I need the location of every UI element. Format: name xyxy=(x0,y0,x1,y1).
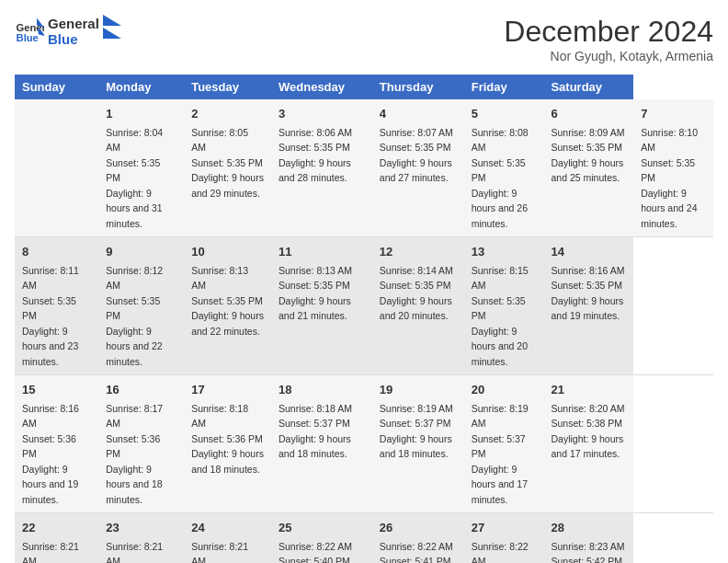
day-info: Sunrise: 8:21 AMSunset: 5:38 PMDaylight:… xyxy=(22,541,79,564)
day-number: 7 xyxy=(641,105,706,123)
day-info: Sunrise: 8:08 AMSunset: 5:35 PMDaylight:… xyxy=(472,127,529,229)
day-number: 28 xyxy=(551,519,626,537)
day-number: 20 xyxy=(472,381,537,399)
header-day: Saturday xyxy=(543,75,633,99)
calendar-cell: 17 Sunrise: 8:18 AMSunset: 5:36 PMDaylig… xyxy=(184,375,271,513)
calendar-cell: 4 Sunrise: 8:07 AMSunset: 5:35 PMDayligh… xyxy=(372,99,464,237)
calendar-table: SundayMondayTuesdayWednesdayThursdayFrid… xyxy=(15,75,713,563)
calendar-week-row: 1 Sunrise: 8:04 AMSunset: 5:35 PMDayligh… xyxy=(15,99,713,237)
calendar-cell: 11 Sunrise: 8:13 AMSunset: 5:35 PMDaylig… xyxy=(271,237,372,375)
svg-text:Blue: Blue xyxy=(17,32,39,43)
logo-icon: General Blue xyxy=(15,17,44,46)
day-info: Sunrise: 8:04 AMSunset: 5:35 PMDaylight:… xyxy=(106,127,163,229)
calendar-cell: 2 Sunrise: 8:05 AMSunset: 5:35 PMDayligh… xyxy=(184,99,271,237)
day-number: 13 xyxy=(472,243,537,261)
calendar-cell: 19 Sunrise: 8:19 AMSunset: 5:37 PMDaylig… xyxy=(372,375,464,513)
day-number: 18 xyxy=(279,381,365,399)
svg-marker-4 xyxy=(103,15,121,26)
calendar-cell: 3 Sunrise: 8:06 AMSunset: 5:35 PMDayligh… xyxy=(271,99,372,237)
day-info: Sunrise: 8:06 AMSunset: 5:35 PMDaylight:… xyxy=(279,127,352,184)
day-info: Sunrise: 8:07 AMSunset: 5:35 PMDaylight:… xyxy=(380,127,453,184)
day-number: 24 xyxy=(191,519,264,537)
day-info: Sunrise: 8:19 AMSunset: 5:37 PMDaylight:… xyxy=(472,403,529,505)
day-number: 4 xyxy=(380,105,457,123)
day-number: 14 xyxy=(551,243,626,261)
day-info: Sunrise: 8:14 AMSunset: 5:35 PMDaylight:… xyxy=(380,265,453,322)
day-number: 16 xyxy=(106,381,176,399)
calendar-cell: 16 Sunrise: 8:17 AMSunset: 5:36 PMDaylig… xyxy=(98,375,184,513)
day-number: 8 xyxy=(22,243,91,261)
day-number: 1 xyxy=(106,105,176,123)
header: General Blue General Blue December 2024 … xyxy=(15,15,713,63)
day-number: 27 xyxy=(472,519,537,537)
calendar-cell: 20 Sunrise: 8:19 AMSunset: 5:37 PMDaylig… xyxy=(464,375,544,513)
calendar-cell: 14 Sunrise: 8:16 AMSunset: 5:35 PMDaylig… xyxy=(543,237,633,375)
calendar-week-row: 8 Sunrise: 8:11 AMSunset: 5:35 PMDayligh… xyxy=(15,237,713,375)
day-info: Sunrise: 8:11 AMSunset: 5:35 PMDaylight:… xyxy=(22,265,79,367)
day-info: Sunrise: 8:19 AMSunset: 5:37 PMDaylight:… xyxy=(380,403,453,460)
calendar-cell: 8 Sunrise: 8:11 AMSunset: 5:35 PMDayligh… xyxy=(15,237,98,375)
calendar-week-row: 22 Sunrise: 8:21 AMSunset: 5:38 PMDaylig… xyxy=(15,513,713,564)
day-info: Sunrise: 8:21 AMSunset: 5:39 PMDaylight:… xyxy=(191,541,264,564)
day-info: Sunrise: 8:16 AMSunset: 5:36 PMDaylight:… xyxy=(22,403,79,505)
calendar-cell: 6 Sunrise: 8:09 AMSunset: 5:35 PMDayligh… xyxy=(543,99,633,237)
day-info: Sunrise: 8:13 AMSunset: 5:35 PMDaylight:… xyxy=(191,265,264,337)
day-info: Sunrise: 8:22 AMSunset: 5:41 PMDaylight:… xyxy=(380,541,453,564)
header-day: Tuesday xyxy=(184,75,271,99)
calendar-title: December 2024 xyxy=(504,15,713,49)
calendar-cell: 26 Sunrise: 8:22 AMSunset: 5:41 PMDaylig… xyxy=(372,513,464,564)
calendar-cell: 12 Sunrise: 8:14 AMSunset: 5:35 PMDaylig… xyxy=(372,237,464,375)
calendar-cell: 22 Sunrise: 8:21 AMSunset: 5:38 PMDaylig… xyxy=(15,513,98,564)
calendar-cell: 25 Sunrise: 8:22 AMSunset: 5:40 PMDaylig… xyxy=(271,513,372,564)
day-info: Sunrise: 8:23 AMSunset: 5:42 PMDaylight:… xyxy=(551,541,624,564)
calendar-cell: 9 Sunrise: 8:12 AMSunset: 5:35 PMDayligh… xyxy=(98,237,184,375)
day-info: Sunrise: 8:16 AMSunset: 5:35 PMDaylight:… xyxy=(551,265,624,322)
day-info: Sunrise: 8:20 AMSunset: 5:38 PMDaylight:… xyxy=(551,403,624,460)
header-day: Thursday xyxy=(372,75,464,99)
calendar-cell xyxy=(15,99,98,237)
day-number: 22 xyxy=(22,519,91,537)
day-number: 5 xyxy=(472,105,537,123)
calendar-cell: 15 Sunrise: 8:16 AMSunset: 5:36 PMDaylig… xyxy=(15,375,98,513)
day-info: Sunrise: 8:22 AMSunset: 5:40 PMDaylight:… xyxy=(279,541,352,564)
day-info: Sunrise: 8:18 AMSunset: 5:36 PMDaylight:… xyxy=(191,403,264,475)
calendar-cell: 27 Sunrise: 8:22 AMSunset: 5:41 PMDaylig… xyxy=(464,513,544,564)
header-row: SundayMondayTuesdayWednesdayThursdayFrid… xyxy=(15,75,713,99)
day-info: Sunrise: 8:15 AMSunset: 5:35 PMDaylight:… xyxy=(472,265,529,367)
day-info: Sunrise: 8:17 AMSunset: 5:36 PMDaylight:… xyxy=(106,403,163,505)
day-number: 17 xyxy=(191,381,264,399)
calendar-cell: 1 Sunrise: 8:04 AMSunset: 5:35 PMDayligh… xyxy=(98,99,184,237)
day-number: 11 xyxy=(279,243,365,261)
svg-marker-5 xyxy=(103,28,121,39)
calendar-body: 1 Sunrise: 8:04 AMSunset: 5:35 PMDayligh… xyxy=(15,99,713,563)
logo-arrow-icon xyxy=(103,15,121,48)
calendar-cell: 7 Sunrise: 8:10 AMSunset: 5:35 PMDayligh… xyxy=(633,99,713,237)
day-number: 15 xyxy=(22,381,91,399)
logo-general: General xyxy=(48,16,99,31)
header-day: Sunday xyxy=(15,75,98,99)
calendar-cell: 18 Sunrise: 8:18 AMSunset: 5:37 PMDaylig… xyxy=(271,375,372,513)
day-number: 25 xyxy=(279,519,365,537)
day-info: Sunrise: 8:18 AMSunset: 5:37 PMDaylight:… xyxy=(279,403,352,460)
calendar-cell: 28 Sunrise: 8:23 AMSunset: 5:42 PMDaylig… xyxy=(543,513,633,564)
calendar-cell: 5 Sunrise: 8:08 AMSunset: 5:35 PMDayligh… xyxy=(464,99,544,237)
day-info: Sunrise: 8:21 AMSunset: 5:39 PMDaylight:… xyxy=(106,541,163,564)
day-number: 26 xyxy=(380,519,457,537)
calendar-header: SundayMondayTuesdayWednesdayThursdayFrid… xyxy=(15,75,713,99)
day-info: Sunrise: 8:12 AMSunset: 5:35 PMDaylight:… xyxy=(106,265,163,367)
day-number: 9 xyxy=(106,243,176,261)
day-number: 6 xyxy=(551,105,626,123)
day-number: 21 xyxy=(551,381,626,399)
header-day: Monday xyxy=(98,75,184,99)
day-number: 10 xyxy=(191,243,264,261)
day-info: Sunrise: 8:13 AMSunset: 5:35 PMDaylight:… xyxy=(279,265,352,322)
calendar-cell: 23 Sunrise: 8:21 AMSunset: 5:39 PMDaylig… xyxy=(98,513,184,564)
title-area: December 2024 Nor Gyugh, Kotayk, Armenia xyxy=(504,15,713,63)
day-info: Sunrise: 8:09 AMSunset: 5:35 PMDaylight:… xyxy=(551,127,624,184)
calendar-cell: 21 Sunrise: 8:20 AMSunset: 5:38 PMDaylig… xyxy=(543,375,633,513)
day-info: Sunrise: 8:10 AMSunset: 5:35 PMDaylight:… xyxy=(641,127,698,229)
calendar-cell: 13 Sunrise: 8:15 AMSunset: 5:35 PMDaylig… xyxy=(464,237,544,375)
day-number: 2 xyxy=(191,105,264,123)
calendar-subtitle: Nor Gyugh, Kotayk, Armenia xyxy=(504,49,713,63)
logo: General Blue General Blue xyxy=(15,15,121,48)
